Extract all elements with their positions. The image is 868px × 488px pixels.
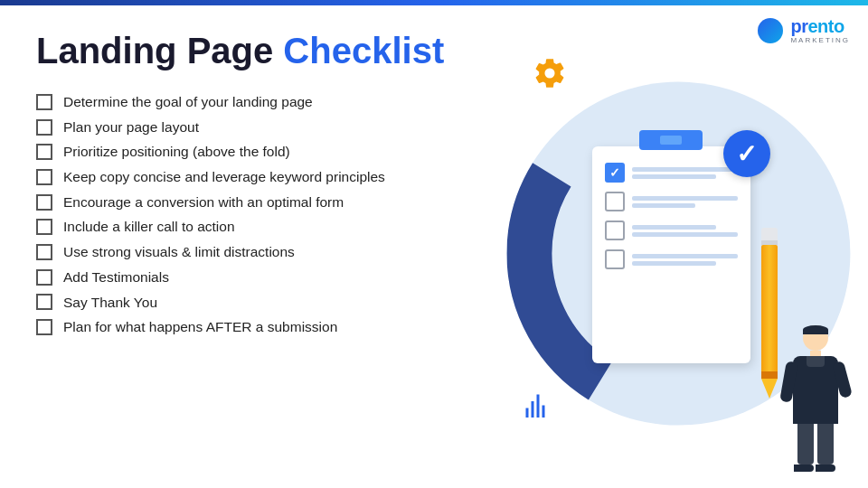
clipboard-checkbox-checked bbox=[605, 163, 625, 183]
clipboard-checkbox-unchecked bbox=[605, 221, 625, 240]
logo-sub: marketing bbox=[790, 36, 850, 44]
clipboard-unchecked-row-3 bbox=[605, 249, 738, 269]
logo-wordmark: prento bbox=[790, 16, 844, 36]
clip-line bbox=[632, 232, 738, 237]
gear-icon bbox=[533, 56, 567, 90]
person-head bbox=[803, 325, 828, 351]
clip-line bbox=[632, 167, 738, 172]
list-item[interactable]: Plan for what happens AFTER a submission bbox=[36, 317, 467, 337]
checklist-item-5-text: Encourage a conversion with an optimal f… bbox=[63, 192, 344, 212]
clipboard-check-lines bbox=[632, 167, 738, 179]
pencil-tip bbox=[761, 379, 778, 399]
clipboard-checked-row bbox=[605, 163, 738, 183]
pencil-eraser bbox=[761, 228, 778, 240]
gear-icon-container bbox=[533, 56, 567, 94]
chart-icon-container bbox=[522, 390, 554, 427]
checklist-item-9-text: Say Thank You bbox=[63, 293, 157, 313]
person-hair bbox=[803, 325, 828, 334]
list-item[interactable]: Use strong visuals & limit distractions bbox=[36, 242, 467, 262]
clipboard-uncheck-lines bbox=[632, 196, 738, 208]
checkbox-8[interactable] bbox=[36, 269, 52, 286]
checkbox-10[interactable] bbox=[36, 319, 52, 335]
checklist-item-7-text: Use strong visuals & limit distractions bbox=[63, 242, 295, 262]
clip-line bbox=[632, 261, 717, 266]
pencil-illustration bbox=[761, 228, 778, 381]
person-legs bbox=[782, 424, 850, 465]
title-part1: Landing Page bbox=[36, 31, 283, 70]
list-item[interactable]: Say Thank You bbox=[36, 293, 467, 313]
checkbox-5[interactable] bbox=[36, 194, 52, 211]
clipboard-checkbox-unchecked bbox=[605, 192, 625, 211]
checkbox-3[interactable] bbox=[36, 144, 52, 160]
clip-line bbox=[632, 174, 717, 179]
checklist-item-8-text: Add Testimonials bbox=[63, 267, 169, 287]
checkbox-4[interactable] bbox=[36, 169, 52, 185]
pencil-body bbox=[761, 245, 778, 371]
person-left-leg bbox=[797, 424, 814, 465]
list-item[interactable]: Include a killer call to action bbox=[36, 217, 467, 237]
clipboard-uncheck-lines bbox=[632, 254, 738, 266]
checklist-item-4-text: Keep copy concise and leverage keyword p… bbox=[63, 167, 385, 187]
checkbox-6[interactable] bbox=[36, 219, 52, 235]
checklist-item-2-text: Plan your page layout bbox=[63, 117, 199, 137]
checkbox-7[interactable] bbox=[36, 244, 52, 260]
clipboard-uncheck-lines bbox=[632, 225, 738, 237]
clip-line bbox=[632, 203, 695, 208]
list-item[interactable]: Keep copy concise and leverage keyword p… bbox=[36, 167, 467, 187]
clipboard-checkbox-unchecked bbox=[605, 249, 625, 269]
person-illustration bbox=[782, 325, 850, 472]
person-body bbox=[793, 356, 838, 424]
clip-line bbox=[632, 254, 738, 258]
logo-text-container: prento marketing bbox=[790, 16, 850, 44]
left-panel: Landing Page Checklist Determine the goa… bbox=[0, 5, 504, 488]
person-right-leg bbox=[817, 424, 834, 465]
logo-ento: ento bbox=[807, 16, 844, 36]
list-item[interactable]: Add Testimonials bbox=[36, 267, 467, 287]
list-item[interactable]: Plan your page layout bbox=[36, 117, 467, 137]
right-panel-illustration bbox=[504, 5, 868, 488]
clipboard-unchecked-row-2 bbox=[605, 221, 738, 240]
clipboard-clip bbox=[639, 130, 703, 150]
person-left-shoe bbox=[794, 465, 814, 472]
title-part2: Checklist bbox=[283, 31, 444, 70]
person-left-arm bbox=[780, 361, 799, 403]
person-collar bbox=[807, 356, 825, 367]
logo: prento marketing bbox=[758, 16, 850, 44]
big-check-circle bbox=[723, 130, 770, 177]
checklist-item-6-text: Include a killer call to action bbox=[63, 217, 235, 237]
clipboard-illustration bbox=[580, 130, 761, 363]
logo-icon bbox=[758, 18, 783, 43]
checkbox-2[interactable] bbox=[36, 119, 52, 136]
page-title: Landing Page Checklist bbox=[36, 31, 467, 70]
list-item[interactable]: Determine the goal of your landing page bbox=[36, 92, 467, 112]
checklist: Determine the goal of your landing page … bbox=[36, 92, 467, 337]
chart-icon bbox=[522, 390, 554, 423]
logo-pr: pr bbox=[790, 16, 807, 36]
clipboard-body bbox=[592, 146, 750, 363]
clip-line bbox=[632, 225, 717, 230]
clip-line bbox=[632, 196, 738, 201]
checklist-item-10-text: Plan for what happens AFTER a submission bbox=[63, 317, 337, 337]
list-item[interactable]: Prioritize positioning (above the fold) bbox=[36, 142, 467, 162]
checklist-item-3-text: Prioritize positioning (above the fold) bbox=[63, 142, 290, 162]
clipboard-unchecked-row-1 bbox=[605, 192, 738, 211]
checkbox-9[interactable] bbox=[36, 294, 52, 310]
checklist-item-1-text: Determine the goal of your landing page bbox=[63, 92, 313, 112]
person-shoes bbox=[782, 465, 850, 472]
list-item[interactable]: Encourage a conversion with an optimal f… bbox=[36, 192, 467, 212]
person-right-shoe bbox=[816, 465, 835, 472]
checkbox-1[interactable] bbox=[36, 94, 52, 110]
pencil-ferrule bbox=[761, 371, 778, 379]
